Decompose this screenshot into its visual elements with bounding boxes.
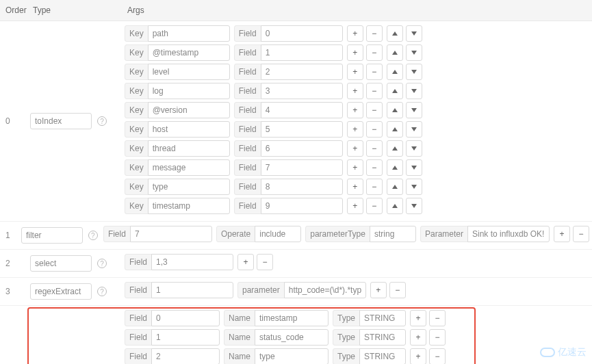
help-icon[interactable]: ?: [97, 116, 107, 126]
remove-button[interactable]: −: [573, 226, 589, 242]
text-input[interactable]: [261, 25, 343, 42]
text-input[interactable]: [148, 179, 230, 195]
move-up-button[interactable]: [387, 140, 403, 157]
text-input[interactable]: [151, 310, 220, 326]
text-input[interactable]: [130, 226, 212, 242]
text-input[interactable]: [151, 254, 233, 270]
move-up-button[interactable]: [387, 64, 403, 80]
text-input[interactable]: [148, 83, 230, 99]
move-down-button[interactable]: [406, 44, 422, 61]
text-input[interactable]: [151, 329, 220, 346]
remove-button[interactable]: −: [366, 140, 383, 157]
remove-button[interactable]: −: [257, 254, 273, 270]
add-button[interactable]: +: [554, 226, 570, 242]
type-select[interactable]: select: [30, 255, 92, 272]
remove-button[interactable]: −: [429, 329, 446, 346]
text-input[interactable]: [151, 282, 233, 298]
add-button[interactable]: +: [410, 348, 426, 364]
move-up-button[interactable]: [387, 102, 403, 118]
add-button[interactable]: +: [347, 83, 363, 99]
remove-button[interactable]: −: [366, 64, 383, 80]
move-up-button[interactable]: [387, 83, 403, 99]
text-input[interactable]: [261, 198, 343, 214]
remove-button[interactable]: −: [429, 348, 446, 364]
text-input[interactable]: [255, 329, 329, 346]
remove-button[interactable]: −: [366, 179, 383, 195]
type-select[interactable]: filter: [21, 227, 83, 244]
add-button[interactable]: +: [347, 44, 363, 61]
text-input[interactable]: [261, 179, 343, 195]
help-icon[interactable]: ?: [97, 259, 107, 268]
field-label: Field: [125, 310, 152, 326]
field-label: Operate: [216, 226, 255, 242]
move-up-button[interactable]: [387, 25, 403, 42]
text-input[interactable]: [261, 83, 343, 99]
add-button[interactable]: +: [410, 329, 426, 346]
add-button[interactable]: +: [347, 140, 363, 157]
move-down-button[interactable]: [406, 198, 422, 214]
remove-button[interactable]: −: [429, 310, 446, 326]
select-input[interactable]: STRING: [359, 348, 406, 364]
text-input[interactable]: [261, 102, 343, 118]
select-input[interactable]: include: [255, 226, 301, 242]
add-button[interactable]: +: [370, 282, 387, 298]
add-button[interactable]: +: [237, 254, 254, 270]
text-input[interactable]: [467, 226, 550, 242]
text-input[interactable]: [255, 348, 329, 364]
text-input[interactable]: [284, 282, 366, 298]
move-down-button[interactable]: [406, 121, 422, 138]
text-input[interactable]: [261, 121, 343, 138]
select-input[interactable]: STRING: [359, 329, 406, 346]
text-input[interactable]: [148, 102, 230, 118]
text-input[interactable]: [255, 310, 329, 326]
move-down-button[interactable]: [406, 83, 422, 99]
text-input[interactable]: [261, 159, 343, 176]
args-cell: Field parameter +−: [122, 278, 592, 305]
text-input[interactable]: [261, 64, 343, 80]
type-select[interactable]: toIndex: [30, 113, 92, 129]
field-label: Field: [234, 64, 261, 80]
text-input[interactable]: [148, 140, 230, 157]
remove-button[interactable]: −: [366, 83, 383, 99]
help-icon[interactable]: ?: [88, 231, 98, 240]
remove-button[interactable]: −: [366, 121, 383, 138]
text-input[interactable]: [151, 348, 220, 364]
add-button[interactable]: +: [347, 64, 363, 80]
add-button[interactable]: +: [347, 25, 363, 42]
text-input[interactable]: [148, 121, 230, 138]
move-down-button[interactable]: [406, 64, 422, 80]
select-input[interactable]: STRING: [359, 310, 406, 326]
remove-button[interactable]: −: [366, 25, 383, 42]
text-input[interactable]: [148, 159, 230, 176]
add-button[interactable]: +: [347, 159, 363, 176]
move-down-button[interactable]: [406, 102, 422, 118]
move-up-button[interactable]: [387, 179, 403, 195]
text-input[interactable]: [148, 64, 230, 80]
move-down-button[interactable]: [406, 140, 422, 157]
text-input[interactable]: [261, 140, 343, 157]
text-input[interactable]: [261, 44, 343, 61]
move-up-button[interactable]: [387, 159, 403, 176]
add-button[interactable]: +: [347, 198, 363, 214]
remove-button[interactable]: −: [366, 198, 383, 214]
help-icon[interactable]: ?: [97, 287, 107, 296]
text-input[interactable]: [148, 44, 230, 61]
add-button[interactable]: +: [347, 179, 363, 195]
add-button[interactable]: +: [347, 121, 363, 138]
text-input[interactable]: [148, 198, 230, 214]
remove-button[interactable]: −: [366, 159, 383, 176]
remove-button[interactable]: −: [366, 102, 383, 118]
move-down-button[interactable]: [406, 159, 422, 176]
add-button[interactable]: +: [410, 310, 426, 326]
move-down-button[interactable]: [406, 25, 422, 42]
add-button[interactable]: +: [347, 102, 363, 118]
select-input[interactable]: string: [370, 226, 416, 242]
type-select[interactable]: regexExtract: [30, 283, 92, 300]
move-up-button[interactable]: [387, 121, 403, 138]
remove-button[interactable]: −: [389, 282, 406, 298]
move-up-button[interactable]: [387, 198, 403, 214]
text-input[interactable]: [148, 25, 230, 42]
move-up-button[interactable]: [387, 44, 403, 61]
remove-button[interactable]: −: [366, 44, 383, 61]
move-down-button[interactable]: [406, 179, 422, 195]
